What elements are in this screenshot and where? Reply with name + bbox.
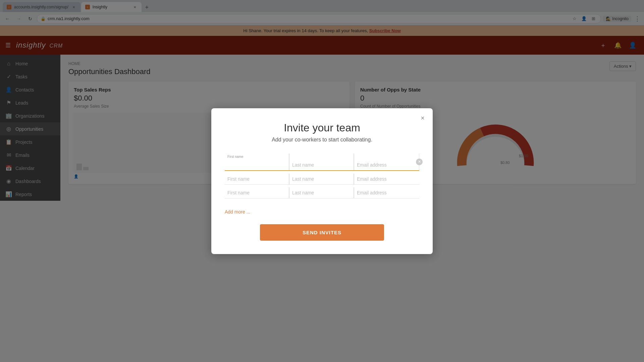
- firstname-label: First name: [225, 155, 289, 159]
- invite-row1-email-input[interactable]: [354, 161, 419, 169]
- add-more-link[interactable]: Add more ...: [225, 209, 250, 215]
- send-invites-button[interactable]: SEND INVITES: [260, 224, 384, 241]
- invite-row2-firstname-col: [225, 174, 289, 184]
- invite-row2-firstname-input[interactable]: [225, 175, 289, 183]
- invite-row-2: [225, 174, 419, 185]
- invite-row1-firstname-input[interactable]: [225, 159, 289, 167]
- invite-row2-lastname-col: [289, 174, 354, 184]
- invite-row3-lastname-input[interactable]: [289, 189, 354, 197]
- invite-row-3: [225, 187, 419, 198]
- invite-row2-lastname-input[interactable]: [289, 175, 354, 183]
- invite-row1-firstname-col: First name: [225, 154, 289, 170]
- modal-overlay[interactable]: × Invite your team Add your co-workers t…: [0, 0, 644, 362]
- invite-row3-firstname-col: [225, 187, 289, 198]
- invite-row2-email-input[interactable]: [354, 175, 419, 183]
- invite-team-modal: × Invite your team Add your co-workers t…: [211, 108, 433, 254]
- invite-row1-lastname-col: [289, 154, 354, 170]
- modal-close-button[interactable]: ×: [418, 114, 427, 123]
- invite-row3-email-col: [354, 187, 419, 198]
- invite-row2-email-col: [354, 174, 419, 184]
- invite-row3-email-input[interactable]: [354, 189, 419, 197]
- clear-row1-button[interactable]: ✕: [416, 159, 423, 165]
- modal-subtitle: Add your co-workers to start collaborati…: [225, 137, 419, 143]
- invite-row1-lastname-input[interactable]: [289, 161, 354, 169]
- invite-rows-container: First name ✕: [225, 154, 419, 198]
- invite-row-1: First name ✕: [225, 154, 419, 171]
- invite-row3-firstname-input[interactable]: [225, 189, 289, 197]
- invite-row1-email-col: [354, 154, 419, 170]
- invite-row3-lastname-col: [289, 187, 354, 198]
- modal-title: Invite your team: [225, 122, 419, 134]
